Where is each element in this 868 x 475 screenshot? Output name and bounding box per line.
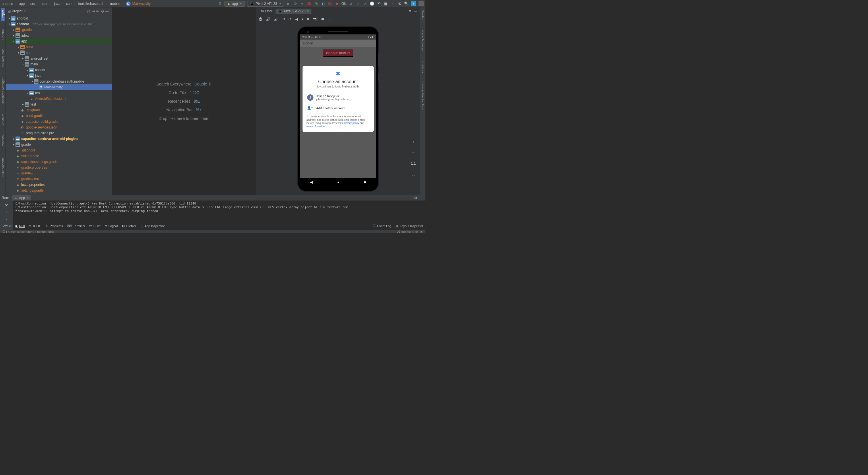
target-icon[interactable]: ◎ — [87, 9, 92, 13]
emulator-zoom-button[interactable]: 1:1 — [410, 160, 417, 167]
tree-item[interactable]: ◆build.gradle — [6, 153, 112, 159]
project-tree[interactable]: ▸▬android▾▬android~/Projects/blog-projec… — [6, 15, 112, 195]
breadcrumb-segment[interactable]: ionicfirebaseauth — [79, 2, 104, 6]
search-icon[interactable]: 🔍 — [404, 1, 409, 6]
attach-debugger-icon[interactable]: 🐞 — [328, 1, 332, 6]
breadcrumb[interactable]: android〉app〉src〉main〉java〉com〉ionicfireb… — [2, 1, 218, 6]
git-commit-icon[interactable]: ✓ — [356, 1, 361, 6]
project-panel-title[interactable]: ▤ Project ▼ — [7, 9, 87, 13]
back-icon[interactable]: ◀ — [295, 17, 298, 21]
volume-up-icon[interactable]: 🔊 — [266, 17, 270, 21]
tree-item[interactable]: ▸▬res — [6, 90, 112, 96]
down-icon[interactable]: ↓ — [4, 216, 9, 221]
right-strip-device-manager[interactable]: Device Manager — [421, 27, 425, 53]
apply-code-icon[interactable]: ≡ — [300, 1, 305, 6]
tree-item[interactable]: ▸▬test — [6, 102, 112, 107]
rotate-left-icon[interactable]: ⟲ — [282, 17, 285, 21]
left-strip-project[interactable]: Project — [1, 8, 5, 21]
right-strip-gradle[interactable]: Gradle — [421, 8, 425, 21]
account-avatar[interactable] — [418, 1, 424, 6]
avd-icon[interactable]: ▣ — [383, 1, 388, 6]
emulator-tab[interactable]: 📱 Pixel 2 API 28 × — [276, 9, 311, 14]
close-icon[interactable]: × — [307, 9, 309, 13]
apply-changes-icon[interactable]: ⟳ — [293, 1, 298, 6]
bottom-tab-run[interactable]: ▶Run — [16, 224, 25, 228]
tree-item[interactable]: ▸▬assets — [6, 67, 112, 73]
breadcrumb-segment[interactable]: main — [41, 2, 48, 6]
tree-item[interactable]: ◆.gitignore — [6, 107, 112, 113]
add-account-row[interactable]: 👤⁺ Add another account — [307, 103, 370, 113]
breadcrumb-segment[interactable]: java — [54, 2, 60, 6]
tree-item[interactable]: ≡local.properties — [6, 182, 112, 188]
bottom-tab-build[interactable]: ⚒Build — [89, 224, 100, 228]
stop-icon[interactable]: ■ — [334, 1, 339, 6]
emulator-zoom-button[interactable]: ⛶ — [410, 171, 417, 178]
tree-item[interactable]: ▸▬.gradle — [6, 27, 112, 33]
close-icon[interactable]: × — [27, 196, 29, 200]
git-history-icon[interactable]: 🕓 — [370, 1, 374, 6]
right-strip-emulator[interactable]: Emulator — [421, 59, 425, 75]
power-icon[interactable]: ⏻ — [259, 17, 262, 21]
user-icon[interactable]: ☻ — [420, 230, 423, 233]
more-icon[interactable]: ⋮ — [328, 17, 332, 21]
breadcrumb-segment[interactable]: mobile — [110, 2, 120, 6]
rerun-icon[interactable]: ⟳ — [4, 202, 9, 207]
tree-item[interactable]: ◆build.gradle — [6, 113, 112, 119]
minimize-icon[interactable]: — — [414, 9, 417, 13]
account-row[interactable]: J Jelica Stanojevic jelicastanojevicc@gm… — [307, 92, 370, 103]
overview-icon[interactable]: ■ — [307, 17, 309, 21]
tree-item[interactable]: {}google-services.json — [6, 125, 112, 130]
sync-icon[interactable]: ⟲ — [397, 1, 402, 6]
bottom-tab-todo[interactable]: ≡TODO — [29, 224, 41, 228]
breadcrumb-segment[interactable]: android — [2, 2, 13, 6]
nav-overview-icon[interactable]: ■ — [364, 180, 366, 184]
breadcrumb-segment[interactable]: com — [66, 2, 73, 6]
git-push-icon[interactable]: ↗ — [363, 1, 367, 6]
tree-item[interactable]: ≡gradlew.bat — [6, 176, 112, 182]
run-tab[interactable]: ▲ app × — [12, 195, 31, 201]
gear-icon[interactable]: ⚙ — [101, 9, 105, 13]
left-strip-favorites[interactable]: Favorites — [1, 134, 5, 150]
profile-icon[interactable]: ◐ — [321, 1, 325, 6]
record-icon[interactable]: ⏺ — [321, 17, 324, 21]
left-strip-pull-requests[interactable]: Pull Requests — [1, 47, 5, 70]
left-strip-structure[interactable]: Structure — [1, 112, 5, 128]
rotate-right-icon[interactable]: ⟳ — [288, 17, 291, 21]
undo-icon[interactable]: ↶ — [377, 1, 381, 6]
up-icon[interactable]: ↑ — [4, 209, 9, 214]
tree-item[interactable]: ▸▬build — [6, 44, 112, 50]
bottom-tab-terminal[interactable]: ⌨Terminal — [67, 224, 85, 228]
gear-icon[interactable]: ⚙ — [414, 196, 417, 200]
tree-item[interactable]: ◆capacitor.settings.gradle — [6, 159, 112, 165]
update-badge[interactable]: ↑ — [411, 1, 416, 6]
nav-back-icon[interactable]: ◀ — [310, 180, 313, 184]
tree-item[interactable]: ▾▬com.ionicfirebaseauth.mobile — [6, 78, 112, 84]
tree-item[interactable]: CMainActivity — [6, 84, 112, 90]
bottom-tab-app-inspection[interactable]: ◫App Inspection — [141, 224, 166, 228]
left-strip-resource-manager[interactable]: Resource Manager — [1, 76, 5, 106]
tree-item[interactable]: ▾▬app — [6, 38, 112, 44]
breadcrumb-segment[interactable]: src — [30, 2, 35, 6]
collapse-icon[interactable]: ⇥ — [92, 9, 96, 13]
breadcrumb-segment[interactable]: app — [19, 2, 25, 6]
tree-item[interactable]: ▸▬capacitor-cordova-android-plugins — [6, 136, 112, 142]
tree-item[interactable]: ≡gradlew — [6, 170, 112, 176]
emulator-zoom-button[interactable]: ＋ — [410, 138, 417, 145]
run-config-selector[interactable]: ▲ app ▼ — [224, 1, 245, 7]
sdk-icon[interactable]: ▫ — [391, 1, 395, 6]
phone-screen[interactable]: 2:54 ✱ ▭ ◉ ⬡ G · ▾◢ ▮ sign-in GOOGLE SIG… — [300, 34, 376, 178]
bottom-tab-problems[interactable]: ⚠Problems — [45, 224, 63, 228]
minimize-icon[interactable]: — — [105, 9, 110, 13]
expand-icon[interactable]: ⇤ — [96, 9, 101, 13]
tree-item[interactable]: ≡AndroidManifest.xml — [6, 96, 112, 102]
git-branch[interactable]: google-auth — [401, 230, 418, 233]
debug-icon[interactable]: 🐞 — [307, 1, 311, 6]
tree-item[interactable]: ▸▬androidTest — [6, 56, 112, 61]
bottom-tab-layout-inspector[interactable]: ▦Layout Inspector — [396, 224, 423, 228]
tree-item[interactable]: ≡proguard-rules.pro — [6, 130, 112, 136]
git-update-icon[interactable]: ↙ — [349, 1, 353, 6]
tree-item[interactable]: ▾▬main — [6, 61, 112, 67]
tree-item[interactable]: ◆variables.gradle — [6, 193, 112, 195]
left-strip-build-variants[interactable]: Build Variants — [1, 156, 5, 178]
tree-item[interactable]: ≡gradle.properties — [6, 165, 112, 170]
